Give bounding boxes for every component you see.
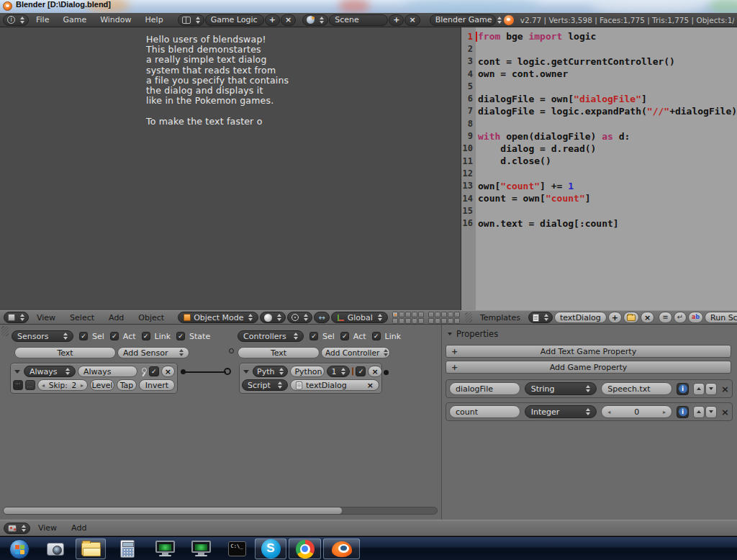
shading-select[interactable] — [260, 312, 286, 323]
invert-button[interactable]: Invert — [139, 379, 175, 391]
layers-widget[interactable] — [392, 312, 424, 324]
controller-name-field[interactable]: Python — [290, 366, 325, 377]
script-mode-select[interactable]: Script — [242, 379, 288, 391]
editor-type-button[interactable]: i — [3, 14, 29, 26]
filter-act[interactable]: ✓Act — [340, 332, 366, 341]
layer-cell[interactable] — [399, 318, 404, 324]
menu-help[interactable]: Help — [139, 15, 170, 24]
pin-icon[interactable] — [140, 367, 147, 376]
scrollbar-thumb[interactable] — [4, 507, 342, 514]
scene-field[interactable]: Scene — [329, 14, 388, 26]
line-numbers-toggle[interactable]: ≡ — [659, 312, 672, 323]
sensor-type-select[interactable]: Always — [24, 366, 76, 377]
text-new-button[interactable]: + — [608, 312, 622, 323]
layer-cell[interactable] — [435, 318, 440, 324]
menu-window[interactable]: Window — [94, 15, 137, 24]
state-icon[interactable] — [352, 367, 353, 376]
taskbar-calculator[interactable] — [112, 538, 143, 559]
controller-state-stepper[interactable]: 1 — [327, 366, 350, 377]
text-open-button[interactable] — [623, 312, 639, 323]
logic-editor-type-button[interactable] — [4, 523, 30, 534]
viewport-editor-type-button[interactable] — [4, 312, 29, 323]
controllers-filter-select[interactable]: Controllers — [238, 330, 304, 342]
property-type-select[interactable]: String — [525, 382, 597, 395]
delete-property-icon[interactable]: × — [721, 407, 729, 417]
move-up-button[interactable] — [693, 406, 705, 418]
filter-sel[interactable]: ✓Sel — [79, 332, 104, 341]
text-editor[interactable]: 1from bge import logic23cont = logic.get… — [461, 27, 737, 310]
taskbar-computer-1[interactable] — [150, 538, 180, 559]
orientation-select[interactable]: Global — [331, 312, 388, 323]
scene-add-button[interactable]: + — [389, 14, 404, 26]
taskbar-screenshot-tool[interactable] — [40, 538, 71, 559]
3d-viewport[interactable]: Hello users of blendswap! This blend dem… — [0, 27, 461, 310]
horizontal-scrollbar[interactable] — [3, 507, 438, 515]
sensor-active-checkbox[interactable]: ✓ — [149, 366, 159, 376]
screen-layout-close-button[interactable]: × — [281, 14, 296, 26]
property-info-button[interactable]: i — [677, 383, 689, 395]
layers-widget-2[interactable] — [428, 312, 460, 324]
level-button[interactable]: Level — [90, 379, 114, 391]
layer-cell[interactable] — [454, 318, 460, 324]
move-down-button[interactable] — [705, 406, 717, 418]
property-info-button[interactable]: i — [677, 406, 689, 418]
pulse-false-toggle[interactable]: ... — [25, 380, 35, 390]
add-game-property-button[interactable]: + Add Game Property — [446, 361, 731, 374]
layer-cell[interactable] — [428, 318, 434, 324]
text-unlink-button[interactable]: × — [641, 312, 654, 323]
menu-game[interactable]: Game — [56, 15, 93, 24]
taskbar-skype[interactable]: S — [255, 538, 286, 559]
properties-panel-title[interactable]: Properties — [448, 329, 498, 339]
add-controller-button[interactable]: Add Controller — [321, 347, 390, 358]
controller-output-socket[interactable] — [384, 370, 389, 375]
controller-delete-button[interactable]: × — [368, 366, 381, 377]
window-titlebar[interactable]: Blender [D:\Dialog.blend] — [0, 0, 737, 13]
layer-cell[interactable] — [392, 318, 398, 324]
move-up-button[interactable] — [693, 383, 705, 395]
manipulator-toggle[interactable]: ↔ — [314, 312, 329, 323]
layer-cell[interactable] — [399, 312, 404, 317]
layer-cell[interactable] — [441, 312, 447, 317]
sensor-name-field[interactable]: Always — [78, 366, 137, 377]
menu-file[interactable]: File — [30, 15, 55, 24]
taskbar-file-explorer[interactable] — [76, 538, 106, 559]
property-value-field[interactable]: Speech.txt — [601, 382, 672, 395]
layer-cell[interactable] — [448, 312, 453, 317]
script-datablock-field[interactable]: textDialog × — [290, 379, 379, 391]
start-button[interactable] — [4, 538, 35, 559]
taskbar-chrome[interactable] — [289, 538, 321, 559]
property-value-slider[interactable]: ◂ 0 ▸ — [601, 405, 672, 418]
delete-property-icon[interactable]: × — [721, 384, 729, 394]
syntax-highlight-toggle[interactable]: ab — [688, 312, 703, 323]
controller-input-socket[interactable] — [224, 368, 231, 375]
scene-type-button[interactable] — [302, 14, 328, 26]
filter-state[interactable]: ✓State — [176, 332, 210, 341]
pivot-select[interactable] — [287, 312, 312, 323]
sensors-filter-select[interactable]: Sensors — [12, 330, 73, 342]
screen-layout-field[interactable]: Game Logic — [205, 14, 264, 26]
menu-templates[interactable]: Templates — [474, 313, 527, 322]
taskbar-command-prompt[interactable]: C:\_ — [222, 538, 252, 559]
screen-layout-add-button[interactable]: + — [265, 14, 280, 26]
run-script-button[interactable]: Run Script — [705, 312, 737, 323]
word-wrap-toggle[interactable]: ↵ — [674, 312, 687, 323]
collapse-icon[interactable] — [14, 370, 20, 374]
menu-view[interactable]: View — [30, 313, 62, 322]
mode-select[interactable]: Object Mode — [178, 312, 258, 323]
controller-type-select[interactable]: Pyth — [253, 366, 288, 377]
layer-cell[interactable] — [405, 312, 411, 317]
move-down-button[interactable] — [705, 383, 717, 395]
collapse-icon[interactable] — [243, 370, 249, 374]
skip-slider[interactable]: ◂ Skip: 2 ▸ — [37, 379, 88, 391]
logic-editor[interactable]: Sensors ✓Sel ✓Act ✓Link ✓State Text Add … — [0, 325, 441, 520]
layer-cell[interactable] — [412, 312, 417, 317]
taskbar-blender[interactable] — [323, 538, 360, 559]
menu-add[interactable]: Add — [65, 523, 93, 533]
controller-active-checkbox[interactable]: ✓ — [356, 366, 366, 376]
menu-object[interactable]: Object — [132, 313, 171, 322]
menu-view[interactable]: View — [32, 523, 63, 533]
layer-cell[interactable] — [412, 318, 417, 324]
layer-cell[interactable] — [392, 312, 398, 317]
property-name-field[interactable]: dialogFile — [449, 382, 520, 395]
area-corner-grip[interactable] — [1, 326, 9, 336]
